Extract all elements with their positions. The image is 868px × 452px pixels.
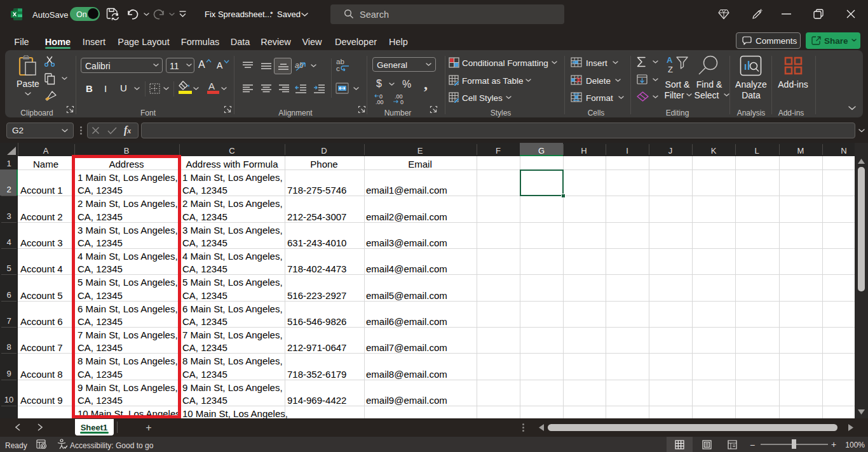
svg-text:0: 0 <box>400 99 403 105</box>
svg-text:.00: .00 <box>376 99 384 105</box>
